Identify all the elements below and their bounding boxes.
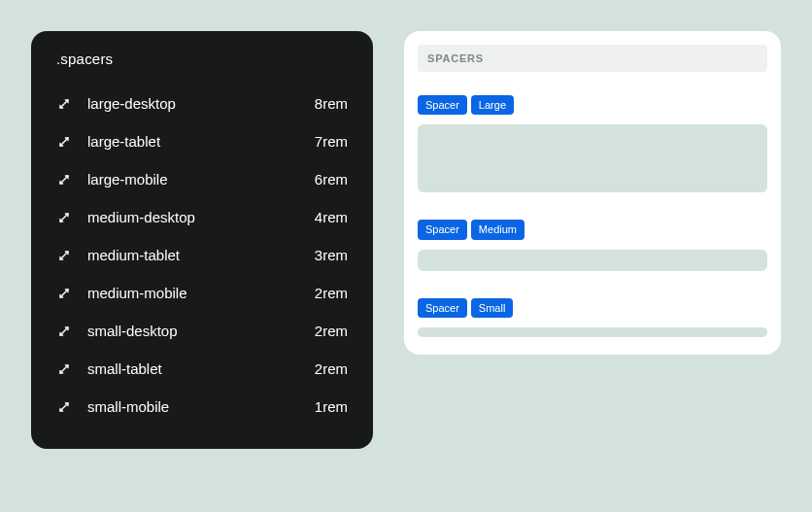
spacer-name: medium-mobile [87, 285, 299, 301]
spacer-name: small-mobile [87, 398, 299, 415]
tag-spacer: Spacer [418, 95, 467, 115]
expand-arrow-icon [56, 248, 72, 263]
svg-line-4 [60, 252, 68, 259]
examples-header: SPACERS [418, 45, 767, 72]
expand-arrow-icon [56, 96, 72, 112]
spacer-value: 8rem [315, 95, 348, 112]
expand-arrow-icon [56, 361, 72, 377]
svg-line-8 [60, 403, 68, 411]
spacer-row: small-tablet2rem [56, 350, 348, 388]
spacers-panel-title: .spacers [56, 51, 348, 67]
tag-spacer: Spacer [418, 220, 467, 239]
tag-row: SpacerLarge [418, 95, 767, 115]
spacer-row: large-tablet7rem [56, 122, 348, 160]
spacer-value: 2rem [315, 360, 348, 377]
spacer-row: small-desktop2rem [56, 312, 348, 350]
expand-arrow-icon [56, 134, 72, 150]
spacers-panel: .spacers large-desktop8remlarge-tablet7r… [31, 31, 373, 449]
spacer-value: 7rem [315, 133, 348, 150]
svg-line-1 [60, 138, 68, 146]
spacer-visual [418, 250, 767, 271]
spacer-value: 4rem [315, 209, 348, 225]
svg-line-0 [60, 100, 68, 108]
spacer-value: 1rem [315, 398, 348, 415]
spacer-name: small-desktop [87, 323, 299, 339]
spacer-row: large-mobile6rem [56, 160, 348, 198]
spacer-name: medium-tablet [87, 247, 299, 263]
spacer-name: large-mobile [87, 171, 299, 188]
expand-arrow-icon [56, 324, 72, 339]
spacer-example: SpacerMedium [418, 220, 767, 270]
expand-arrow-icon [56, 399, 72, 415]
spacer-row: medium-mobile2rem [56, 274, 348, 312]
svg-line-7 [60, 365, 68, 373]
spacer-value: 2rem [315, 323, 348, 339]
svg-line-5 [60, 290, 68, 297]
svg-line-6 [60, 327, 68, 335]
tag-size: Small [471, 298, 514, 318]
spacer-row: medium-desktop4rem [56, 198, 348, 236]
spacer-row: medium-tablet3rem [56, 236, 348, 274]
spacer-example: SpacerSmall [418, 298, 767, 337]
expand-arrow-icon [56, 210, 72, 225]
examples-panel: SPACERS SpacerLargeSpacerMediumSpacerSma… [404, 31, 781, 355]
tag-spacer: Spacer [418, 298, 467, 318]
expand-arrow-icon [56, 172, 72, 188]
spacer-visual [418, 327, 767, 337]
spacer-value: 6rem [315, 171, 348, 188]
spacer-row: small-mobile1rem [56, 388, 348, 426]
spacer-row: large-desktop8rem [56, 85, 348, 122]
spacer-name: medium-desktop [87, 209, 299, 225]
spacer-example: SpacerLarge [418, 95, 767, 192]
spacer-value: 2rem [315, 285, 348, 301]
tag-row: SpacerSmall [418, 298, 767, 318]
spacer-name: large-tablet [87, 133, 299, 150]
tag-size: Medium [471, 220, 524, 239]
tag-row: SpacerMedium [418, 220, 767, 239]
svg-line-3 [60, 214, 68, 222]
spacer-visual [418, 124, 767, 192]
expand-arrow-icon [56, 286, 72, 301]
spacer-name: large-desktop [87, 95, 299, 112]
spacer-value: 3rem [315, 247, 348, 263]
tag-size: Large [471, 95, 514, 115]
spacer-name: small-tablet [87, 360, 299, 377]
svg-line-2 [60, 176, 68, 184]
